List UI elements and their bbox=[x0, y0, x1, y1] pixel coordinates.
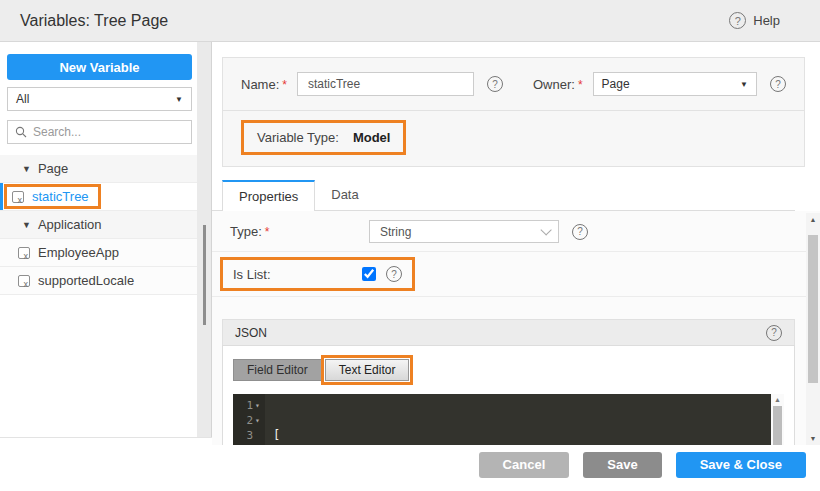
is-list-label: Is List: bbox=[233, 267, 362, 282]
tree-group-label: Page bbox=[38, 161, 68, 176]
variable-icon bbox=[18, 247, 30, 259]
editor-line-gutter: 1 2 3 4 5 bbox=[233, 394, 265, 445]
variables-dialog: Variables: Tree Page Help New Variable A… bbox=[0, 0, 820, 491]
tree-item-label: supportedLocale bbox=[38, 273, 134, 288]
text-editor-button[interactable]: Text Editor bbox=[325, 359, 410, 381]
required-marker: * bbox=[282, 78, 287, 92]
json-help-icon[interactable] bbox=[766, 325, 782, 341]
name-input[interactable] bbox=[297, 72, 474, 96]
tree-group-page[interactable]: Page bbox=[0, 155, 197, 183]
tree-item-employeeapp[interactable]: EmployeeApp bbox=[0, 239, 197, 267]
fold-icon[interactable] bbox=[255, 413, 263, 428]
new-variable-button[interactable]: New Variable bbox=[7, 54, 192, 80]
annotation-highlight: Text Editor bbox=[321, 355, 414, 385]
name-label: Name:* bbox=[241, 77, 287, 92]
properties-tab-content: Type:* String Is List: bbox=[212, 211, 820, 445]
search-icon bbox=[15, 126, 27, 138]
content-scrollbar-thumb[interactable] bbox=[808, 235, 818, 383]
owner-select[interactable]: Page bbox=[593, 72, 757, 96]
variable-icon bbox=[18, 275, 30, 287]
sidebar-scrollbar[interactable] bbox=[197, 42, 211, 437]
annotation-highlight: Variable Type: Model bbox=[241, 120, 406, 155]
variables-tree: Page staticTree Application EmployeeApp bbox=[0, 155, 197, 295]
filter-value: All bbox=[16, 92, 29, 106]
is-list-row: Is List: bbox=[212, 252, 820, 297]
variables-sidebar: New Variable All Page bbox=[0, 42, 212, 437]
json-section-header: JSON bbox=[222, 319, 795, 345]
variable-icon bbox=[12, 191, 24, 203]
help-link[interactable]: Help bbox=[729, 12, 780, 29]
required-marker: * bbox=[578, 78, 583, 92]
type-select[interactable]: String bbox=[369, 220, 559, 243]
required-marker: * bbox=[265, 225, 270, 239]
tree-item-statictree[interactable]: staticTree bbox=[0, 183, 197, 211]
search-box[interactable] bbox=[7, 120, 192, 144]
cancel-button[interactable]: Cancel bbox=[479, 452, 570, 478]
dropdown-caret-icon bbox=[175, 95, 183, 104]
line-number: 4 bbox=[246, 443, 253, 445]
variable-type-label: Variable Type: bbox=[257, 130, 339, 145]
line-number: 3 bbox=[246, 428, 253, 443]
json-section: JSON Field Editor Text Editor 1 bbox=[222, 319, 795, 445]
editor-scrollbar[interactable] bbox=[771, 394, 784, 445]
help-label: Help bbox=[753, 13, 780, 28]
tree-group-application[interactable]: Application bbox=[0, 211, 197, 239]
variable-summary-form: Name:* Owner:* Page Variable Type: Model bbox=[222, 57, 805, 167]
field-editor-button[interactable]: Field Editor bbox=[233, 359, 322, 381]
expand-caret-icon[interactable] bbox=[22, 220, 31, 230]
save-and-close-button[interactable]: Save & Close bbox=[676, 452, 806, 478]
scroll-down-icon[interactable] bbox=[806, 435, 820, 442]
variable-filter-select[interactable]: All bbox=[7, 87, 192, 111]
detail-tabbar: Properties Data bbox=[212, 180, 795, 211]
type-label: Type:* bbox=[230, 224, 369, 239]
variable-type-value: Model bbox=[353, 130, 391, 145]
editor-scrollbar-thumb[interactable] bbox=[773, 406, 782, 445]
tab-data[interactable]: Data bbox=[315, 180, 374, 210]
type-help-icon[interactable] bbox=[572, 224, 588, 240]
name-help-icon[interactable] bbox=[487, 76, 503, 92]
is-list-checkbox[interactable] bbox=[362, 267, 376, 281]
chevron-down-icon bbox=[540, 224, 551, 235]
dialog-footer: Cancel Save Save & Close bbox=[0, 437, 820, 491]
content-scrollbar[interactable] bbox=[806, 213, 820, 445]
scroll-up-icon[interactable] bbox=[774, 396, 781, 403]
type-value: String bbox=[380, 225, 411, 239]
save-button[interactable]: Save bbox=[583, 452, 661, 478]
scroll-up-icon[interactable] bbox=[806, 216, 820, 223]
variable-detail-panel: Name:* Owner:* Page Variable Type: Model bbox=[212, 42, 820, 437]
json-code-editor[interactable]: 1 2 3 4 5 [ { "label": "item1", "icon": … bbox=[233, 394, 784, 445]
annotation-highlight: Is List: bbox=[220, 257, 415, 291]
owner-value: Page bbox=[602, 77, 630, 91]
owner-label: Owner:* bbox=[533, 77, 583, 92]
line-number: 2 bbox=[246, 413, 253, 428]
page-title: Variables: Tree Page bbox=[20, 12, 168, 30]
json-section-body: Field Editor Text Editor 1 2 3 4 bbox=[222, 345, 795, 445]
line-number: 1 bbox=[246, 398, 253, 413]
selected-indicator bbox=[0, 183, 3, 210]
type-row: Type:* String bbox=[212, 211, 820, 252]
code-line: [ bbox=[273, 428, 771, 443]
tree-item-supportedlocale[interactable]: supportedLocale bbox=[0, 267, 197, 295]
dropdown-caret-icon bbox=[740, 80, 748, 89]
sidebar-scrollbar-thumb[interactable] bbox=[203, 225, 206, 325]
is-list-help-icon[interactable] bbox=[386, 266, 402, 282]
search-input[interactable] bbox=[33, 125, 173, 139]
editor-code-area[interactable]: [ { "label": "item1", "icon": "fa fa-ali… bbox=[265, 394, 771, 445]
owner-help-icon[interactable] bbox=[770, 76, 786, 92]
fold-icon[interactable] bbox=[255, 398, 263, 413]
json-section-title: JSON bbox=[235, 326, 267, 340]
tree-item-label: staticTree bbox=[32, 189, 89, 204]
tab-properties[interactable]: Properties bbox=[222, 180, 315, 212]
help-icon bbox=[729, 12, 746, 29]
dialog-header: Variables: Tree Page Help bbox=[0, 0, 820, 42]
tree-item-label: EmployeeApp bbox=[38, 245, 119, 260]
annotation-highlight: staticTree bbox=[4, 184, 101, 209]
tree-group-label: Application bbox=[38, 217, 102, 232]
expand-caret-icon[interactable] bbox=[22, 164, 31, 174]
editor-mode-toggle: Field Editor Text Editor bbox=[233, 355, 784, 385]
